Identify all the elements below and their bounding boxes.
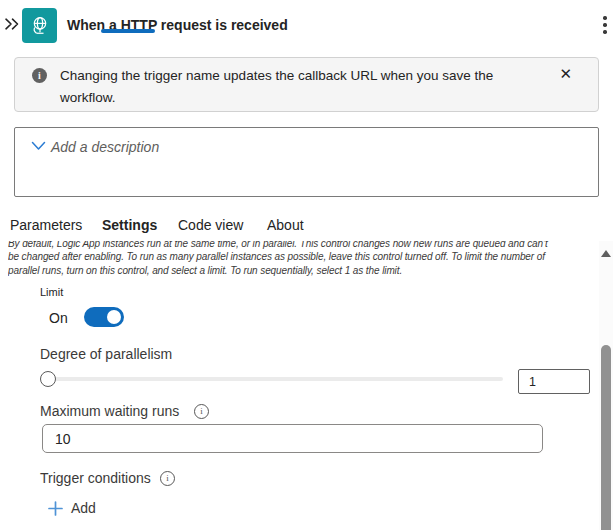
info-icon: i bbox=[32, 68, 47, 83]
limit-toggle-state: On bbox=[49, 310, 68, 326]
info-banner: i Changing the trigger name updates the … bbox=[14, 57, 599, 112]
parallelism-value-input[interactable] bbox=[518, 369, 590, 394]
note-line: By default, Logic App instances run at t… bbox=[8, 241, 608, 250]
collapse-panel-icon[interactable] bbox=[3, 16, 21, 32]
tab-settings[interactable]: Settings bbox=[102, 217, 157, 233]
scrollbar[interactable] bbox=[599, 241, 613, 530]
trigger-settings-panel: When a HTTP request is received i Changi… bbox=[0, 0, 613, 530]
tab-bar: Parameters Settings Code view About bbox=[0, 208, 613, 241]
active-tab-indicator bbox=[101, 29, 155, 33]
trigger-conditions-info-icon[interactable]: i bbox=[160, 471, 175, 486]
globe-icon bbox=[29, 15, 51, 37]
waiting-runs-label: Maximum waiting runs bbox=[40, 403, 179, 419]
chevron-down-icon[interactable] bbox=[31, 137, 46, 155]
http-request-trigger-icon bbox=[22, 8, 57, 43]
tab-parameters[interactable]: Parameters bbox=[10, 217, 82, 233]
waiting-runs-info-icon[interactable]: i bbox=[194, 404, 209, 419]
description-placeholder: Add a description bbox=[51, 139, 159, 155]
parallelism-slider-thumb[interactable] bbox=[40, 371, 56, 387]
note-line: parallel runs, turn on this control, and… bbox=[8, 264, 608, 276]
scrollbar-thumb[interactable] bbox=[601, 345, 611, 530]
limit-label: Limit bbox=[40, 286, 63, 298]
parallelism-label: Degree of parallelism bbox=[40, 346, 172, 362]
note-line: be changed after enabling. To run as man… bbox=[8, 250, 608, 263]
add-label: Add bbox=[71, 500, 96, 516]
concurrency-note: By default, Logic App instances run at t… bbox=[8, 241, 608, 276]
close-banner-icon[interactable]: ✕ bbox=[559, 65, 572, 83]
more-options-icon[interactable] bbox=[599, 14, 611, 36]
parallelism-slider-track[interactable] bbox=[48, 377, 503, 381]
banner-message: Changing the trigger name updates the ca… bbox=[60, 65, 520, 109]
trigger-conditions-label: Trigger conditions bbox=[40, 470, 151, 486]
add-trigger-condition-button[interactable]: Add bbox=[48, 500, 96, 516]
tab-about[interactable]: About bbox=[267, 217, 304, 233]
waiting-runs-input[interactable] bbox=[42, 424, 543, 453]
limit-toggle[interactable] bbox=[84, 307, 124, 327]
toggle-knob bbox=[107, 310, 121, 324]
scrollbar-up-arrow[interactable] bbox=[601, 250, 611, 257]
tab-code-view[interactable]: Code view bbox=[178, 217, 243, 233]
description-box[interactable]: Add a description bbox=[14, 127, 599, 197]
plus-icon bbox=[48, 501, 63, 516]
